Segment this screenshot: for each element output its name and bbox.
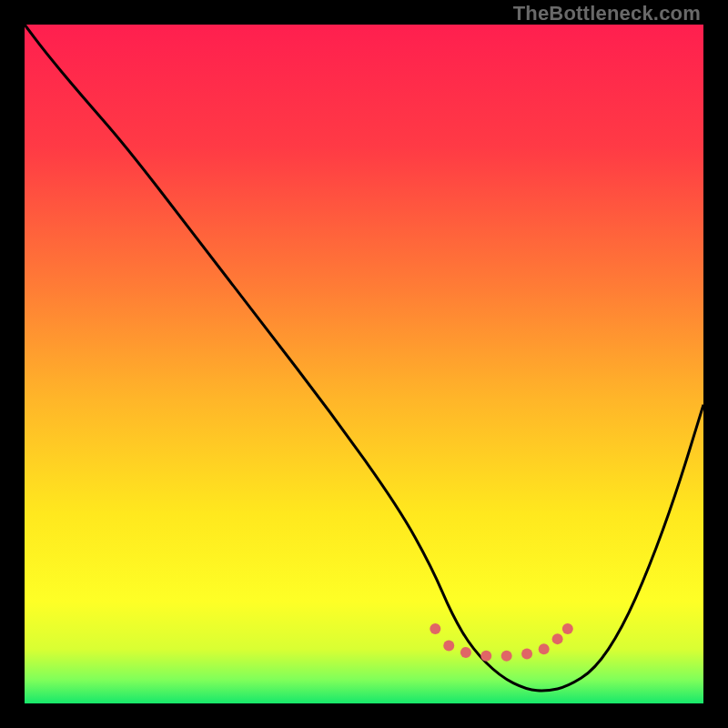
trough-marker [539, 643, 550, 654]
trough-marker [552, 633, 563, 644]
trough-marker [562, 623, 573, 634]
trough-marker [501, 651, 512, 662]
trough-marker [460, 647, 471, 658]
watermark-text: TheBottleneck.com [513, 2, 701, 25]
trough-marker [521, 649, 532, 660]
bottleneck-curve [25, 25, 703, 691]
chart-frame: TheBottleneck.com [0, 0, 728, 728]
trough-marker [443, 641, 454, 652]
trough-marker [480, 651, 491, 662]
trough-marker [430, 623, 440, 634]
curve-overlay [0, 0, 728, 728]
